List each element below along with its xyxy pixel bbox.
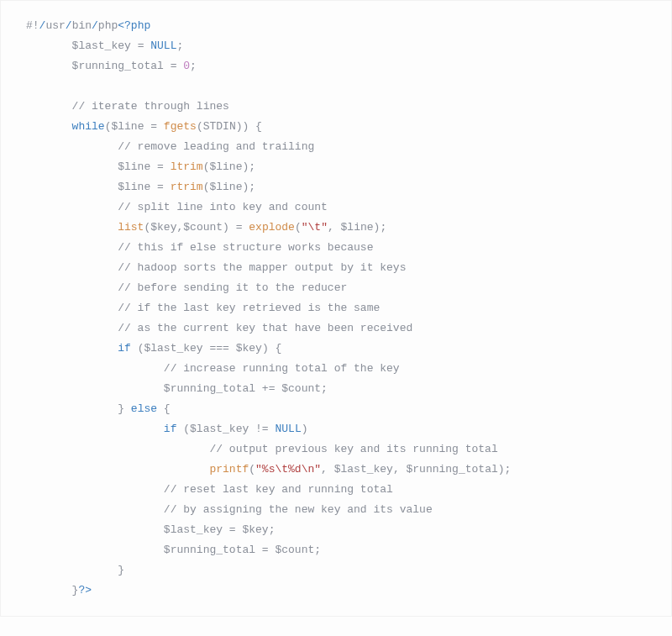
ln2: $last_key = NULL;	[72, 39, 184, 52]
ln20: if ($last_key != NULL)	[164, 423, 308, 435]
ln1: #!/usr/bin/php<?php	[26, 19, 150, 32]
ln18: $running_total += $count;	[164, 382, 328, 395]
code-block: #!/usr/bin/php<?php $last_key = NULL; $r…	[0, 0, 672, 617]
ln10: list($key,$count) = explode("\t", $line)…	[118, 221, 386, 234]
ln8: $line = rtrim($line);	[118, 181, 255, 193]
ln5: while($line = fgets(STDIN)) {	[72, 120, 262, 133]
ln26: $running_total = $count;	[164, 544, 321, 556]
ln19: } else {	[118, 402, 170, 415]
ln27: }	[118, 564, 124, 576]
ln16: if ($last_key === $key) {	[118, 342, 281, 355]
ln14: // if the last key retrieved is the same	[118, 302, 380, 314]
ln17: // increase running total of the key	[164, 362, 400, 375]
ln7: $line = ltrim($line);	[118, 160, 255, 173]
ln6: // remove leading and trailing	[118, 140, 314, 153]
ln21: // output previous key and its running t…	[209, 443, 497, 455]
ln13: // before sending it to the reducer	[118, 281, 347, 294]
ln25: $last_key = $key;	[164, 523, 276, 536]
ln3: $running_total = 0;	[72, 60, 197, 72]
ln22: printf("%s\t%d\n", $last_key, $running_t…	[209, 463, 511, 476]
ln11: // this if else structure works because	[118, 241, 373, 254]
ln9: // split line into key and count	[118, 201, 328, 213]
ln28: }?>	[72, 584, 92, 597]
ln12: // hadoop sorts the mapper output by it …	[118, 261, 406, 274]
ln15: // as the current key that have been rec…	[118, 322, 412, 334]
ln24: // by assigning the new key and its valu…	[164, 503, 433, 516]
ln4: // iterate through lines	[72, 100, 229, 113]
ln23: // reset last key and running total	[164, 483, 393, 496]
